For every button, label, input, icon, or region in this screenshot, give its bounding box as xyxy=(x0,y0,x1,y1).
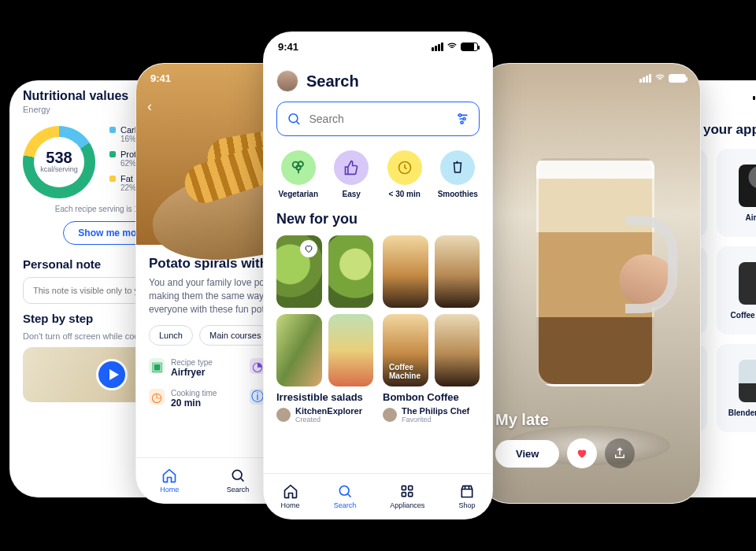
author-avatar xyxy=(383,408,397,422)
legend-fat-swatch xyxy=(109,176,116,182)
search-icon xyxy=(287,111,302,127)
legend-fat-label: Fat xyxy=(120,174,133,183)
author-name: The Philips Chef xyxy=(402,406,469,416)
nutrition-donut: 538kcal/serving xyxy=(23,126,95,198)
card-thumb xyxy=(435,314,480,386)
status-bar: 9:41 xyxy=(264,32,492,61)
svg-rect-16 xyxy=(402,493,406,497)
favorite-button[interactable] xyxy=(567,438,597,468)
back-icon[interactable]: ‹ xyxy=(147,98,152,115)
signal-icon xyxy=(753,91,756,100)
appliance-icon xyxy=(739,360,757,402)
category-row: Vegetarian Easy < 30 min Smoothies xyxy=(278,150,478,198)
tab-search[interactable]: Search xyxy=(334,483,357,509)
favorite-icon[interactable] xyxy=(300,240,317,257)
battery-icon xyxy=(669,74,686,83)
screen-search: 9:41 Search Vegetarian Easy < 30 min Smo… xyxy=(263,31,493,520)
card-title: Irresistible salads xyxy=(276,391,373,403)
legend-fat-pct: 22% xyxy=(120,183,136,192)
legend-carbs-swatch xyxy=(109,127,116,133)
card-thumb xyxy=(328,235,374,308)
signal-icon xyxy=(432,43,443,51)
tab-shop[interactable]: Shop xyxy=(458,483,475,509)
svg-point-13 xyxy=(339,486,349,495)
author-name: KitchenExplorer xyxy=(295,406,362,416)
svg-point-7 xyxy=(463,117,465,120)
tab-search[interactable]: Search xyxy=(227,468,250,494)
author-sub: Favorited xyxy=(402,416,469,423)
wifi-icon xyxy=(447,41,458,52)
filters-icon[interactable] xyxy=(455,111,470,127)
card-thumb xyxy=(383,314,428,386)
tab-appliances[interactable]: Appliances xyxy=(390,483,424,509)
status-time: 9:41 xyxy=(150,72,171,84)
card-thumb xyxy=(435,235,480,308)
card-thumb xyxy=(328,314,374,386)
tag-chip[interactable]: Main courses xyxy=(199,325,271,346)
svg-rect-14 xyxy=(402,486,406,490)
screen-drink-hero: My late View xyxy=(480,63,701,504)
kcal-value: 538 xyxy=(46,149,72,166)
status-bar xyxy=(481,64,700,92)
card-thumb xyxy=(276,235,322,308)
category-easy[interactable]: Easy xyxy=(332,150,372,198)
card-title: Bombon Coffee xyxy=(383,391,480,403)
kcal-unit: kcal/serving xyxy=(40,166,78,173)
appliance-tile[interactable]: Coffee Machine xyxy=(717,246,756,335)
meta-label: Recipe type xyxy=(171,358,213,367)
legend-protein-swatch xyxy=(109,151,116,157)
appliance-icon xyxy=(739,262,757,305)
category-vegetarian[interactable]: Vegetarian xyxy=(278,150,319,198)
cup-icon xyxy=(440,150,475,185)
tag-chip[interactable]: Lunch xyxy=(149,325,193,346)
recipe-card[interactable]: Irresistible salads KitchenExplorerCreat… xyxy=(276,235,373,423)
tab-bar: Home Search Appliances Shop xyxy=(264,473,492,519)
appliance-tile[interactable]: Blender & Juicer xyxy=(717,344,756,432)
hero-title: My late xyxy=(495,411,549,429)
svg-rect-15 xyxy=(409,486,413,490)
signal-icon xyxy=(639,74,651,83)
category-30min[interactable]: < 30 min xyxy=(384,150,425,198)
page-title: Search xyxy=(306,72,359,91)
tab-home[interactable]: Home xyxy=(281,483,300,509)
latte-illustration xyxy=(536,158,654,386)
section-new: New for you xyxy=(276,211,480,227)
battery-icon xyxy=(461,43,478,51)
svg-point-8 xyxy=(460,121,462,124)
card-thumb xyxy=(276,314,322,386)
author-sub: Created xyxy=(295,416,362,423)
author-avatar xyxy=(276,408,291,422)
card-thumb xyxy=(383,235,428,308)
clock-icon xyxy=(387,150,422,185)
appliance-tile[interactable]: Airfryer xyxy=(717,149,756,237)
search-input[interactable] xyxy=(302,113,455,125)
svg-point-0 xyxy=(232,470,242,479)
svg-point-5 xyxy=(289,114,298,123)
svg-point-6 xyxy=(458,114,461,116)
category-smoothies[interactable]: Smoothies xyxy=(438,150,479,198)
profile-avatar[interactable] xyxy=(276,70,298,92)
status-time: 9:41 xyxy=(278,41,298,53)
thumbs-up-icon xyxy=(334,150,369,185)
play-icon xyxy=(96,359,128,390)
tab-home[interactable]: Home xyxy=(160,468,179,494)
recipe-card[interactable]: Bombon Coffee The Philips ChefFavorited xyxy=(383,235,480,423)
search-field[interactable] xyxy=(276,102,480,136)
recipe-type-icon: ▣ xyxy=(149,358,165,374)
broccoli-icon xyxy=(281,150,316,185)
cook-icon: ◷ xyxy=(149,389,165,405)
view-button[interactable]: View xyxy=(495,440,559,468)
meta-value: 20 min xyxy=(171,398,217,409)
appliance-icon xyxy=(739,165,757,207)
svg-rect-17 xyxy=(409,493,413,497)
share-button[interactable] xyxy=(605,438,635,468)
meta-label: Cooking time xyxy=(171,389,217,398)
meta-value: Airfryer xyxy=(171,367,213,378)
wifi-icon xyxy=(654,72,665,83)
